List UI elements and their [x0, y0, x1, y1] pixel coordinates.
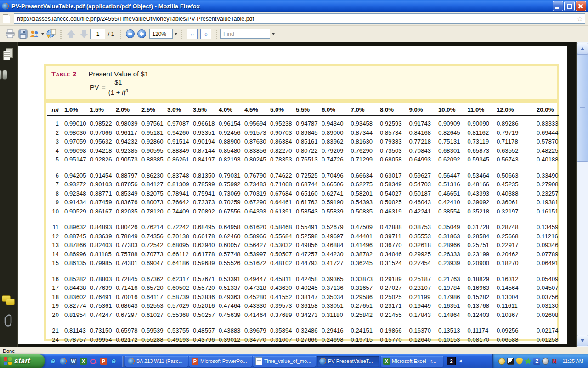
pv-value-cell: 0.15770: [378, 335, 407, 345]
bookmark-star-icon[interactable]: [577, 15, 583, 22]
pv-table-row: 40.960980.942180.923850.905950.888490.87…: [47, 146, 559, 155]
period-cell: 15: [47, 259, 62, 268]
minimize-button[interactable]: [553, 1, 563, 11]
pv-value-cell: 0.75941: [191, 189, 217, 198]
vertical-scrollbar[interactable]: [576, 42, 588, 347]
pv-value-cell: 0.62741: [320, 189, 349, 198]
tray-clock-icon[interactable]: [542, 358, 549, 365]
pv-value-cell: 0.12640: [407, 335, 437, 345]
pv-value-cell: 0.69954: [88, 335, 114, 345]
tray-contrast-icon[interactable]: [507, 358, 514, 365]
scroll-down-button[interactable]: [577, 335, 588, 346]
url-input[interactable]: [16, 15, 577, 23]
pv-value-cell: 0.93351: [191, 128, 217, 138]
quick-launch-word[interactable]: W: [69, 357, 77, 365]
pv-value-cell: 0.41464: [243, 310, 268, 320]
tray-norton-icon[interactable]: N: [551, 358, 558, 365]
pv-value-cell: 0.76790: [243, 171, 268, 180]
pv-value-cell: 0.60057: [217, 241, 243, 250]
taskbar-button[interactable]: PMicrosoft PowerPo...: [189, 356, 252, 367]
attachments-paperclip-icon[interactable]: [4, 313, 14, 328]
pv-value-cell: 0.18270: [495, 259, 535, 268]
pv-value-cell: 0.86230: [140, 171, 165, 180]
zoom-in-button[interactable]: [137, 29, 146, 38]
pv-value-cell: 0.95147: [62, 155, 88, 164]
keyboard-layout-indicator[interactable]: 2: [447, 357, 456, 365]
page-number-input[interactable]: [90, 29, 105, 39]
pv-value-cell: 0.57870: [535, 137, 559, 146]
taskbar-button[interactable]: Time_value_of_mo...: [253, 356, 316, 367]
pv-value-cell: 0.89845: [294, 128, 320, 138]
taskbar-button[interactable]: BA 213 W11 (Pasc...: [125, 356, 188, 367]
pv-value-cell: 0.51316: [436, 180, 466, 189]
pv-value-cell: 0.27666: [294, 335, 320, 345]
print-button[interactable]: [4, 28, 17, 40]
pv-value-cell: 0.80245: [243, 155, 268, 164]
quick-launch-key[interactable]: [90, 357, 97, 365]
quick-launch-excel[interactable]: X: [79, 357, 87, 365]
pv-value-cell: 0.73150: [88, 326, 114, 335]
pv-value-cell: 0.94787: [294, 116, 320, 128]
hidden-icons-chevron[interactable]: [459, 359, 462, 363]
period-cell: 7: [47, 180, 62, 189]
pv-value-cell: 0.58739: [165, 293, 191, 302]
window-title: PV-PresentValueTable.pdf (application/pd…: [11, 3, 200, 10]
close-button[interactable]: [576, 1, 586, 11]
period-cell: 10: [47, 207, 62, 216]
group-spacer-row: [47, 268, 559, 275]
zoom-level-box[interactable]: 120%: [149, 29, 173, 39]
pv-value-cell: 0.64958: [217, 223, 243, 232]
collaborate-button[interactable]: [29, 28, 44, 40]
pv-value-cell: 0.85282: [62, 275, 88, 284]
save-button[interactable]: [17, 28, 29, 40]
fit-width-button[interactable]: [187, 29, 198, 39]
quick-launch-powerpoint[interactable]: P: [100, 357, 107, 365]
tray-messenger-icon[interactable]: [498, 358, 505, 365]
pv-value-cell: 0.09256: [495, 326, 535, 335]
quick-launch-firefox[interactable]: [59, 357, 67, 365]
status-text: Done: [3, 348, 15, 354]
pv-value-cell: 0.91454: [88, 171, 114, 180]
pv-table-row: 50.951470.928260.905730.883850.862610.84…: [47, 155, 559, 164]
tray-z-icon[interactable]: Z: [533, 358, 540, 365]
print-icon: [5, 29, 15, 39]
find-input[interactable]: [222, 30, 268, 38]
pv-value-cell: 0.68301: [436, 146, 466, 155]
zoom-dropdown-arrow[interactable]: [175, 33, 177, 35]
zoom-out-button[interactable]: [126, 29, 135, 38]
pv-value-cell: 0.49447: [243, 275, 268, 284]
fit-page-button[interactable]: [200, 29, 211, 39]
pv-value-cell: 0.24698: [320, 335, 349, 345]
previous-page-button[interactable]: [65, 28, 78, 40]
quick-launch-ie[interactable]: e: [49, 357, 57, 365]
pv-value-cell: 0.76642: [165, 198, 191, 207]
scrollbar-thumb[interactable]: [577, 54, 588, 162]
next-page-button[interactable]: [78, 28, 90, 40]
restore-button[interactable]: [564, 1, 575, 11]
pv-value-cell: 0.46319: [378, 207, 407, 216]
pv-value-cell: 0.84168: [407, 128, 437, 138]
create-pdf-online-button[interactable]: [44, 28, 57, 40]
pv-value-cell: 0.90595: [140, 146, 165, 155]
pv-value-cell: 0.92593: [378, 116, 407, 128]
pv-value-cell: 0.96618: [191, 116, 217, 128]
pdf-page: Table 2 Present Value of $1 PV = $1 (1 +…: [18, 46, 567, 344]
page-icon: [3, 14, 10, 23]
scroll-up-button[interactable]: [577, 43, 588, 54]
quick-launch-ie[interactable]: e: [110, 357, 118, 365]
tray-shield-icon[interactable]: [516, 358, 523, 365]
pv-value-cell: 0.39012: [217, 335, 243, 345]
tray-spark-icon[interactable]: [525, 358, 531, 365]
start-button[interactable]: start: [0, 354, 45, 368]
pv-value-cell: 0.97059: [62, 137, 88, 146]
taskbar-clock[interactable]: 11:25 AM: [562, 358, 583, 364]
pv-value-cell: 0.61763: [294, 198, 320, 207]
pv-value-cell: 0.65720: [140, 283, 165, 293]
pv-value-cell: 0.45235: [495, 180, 535, 189]
taskbar-button[interactable]: PV-PresentValueT...: [317, 356, 379, 367]
pv-value-cell: 0.12403: [466, 310, 495, 320]
taskbar-button[interactable]: XMicrosoft Excel - r...: [381, 356, 443, 367]
pv-value-cell: 0.07789: [535, 250, 559, 259]
find-dropdown-arrow[interactable]: [272, 33, 275, 35]
pv-value-cell: 0.33873: [349, 275, 379, 284]
